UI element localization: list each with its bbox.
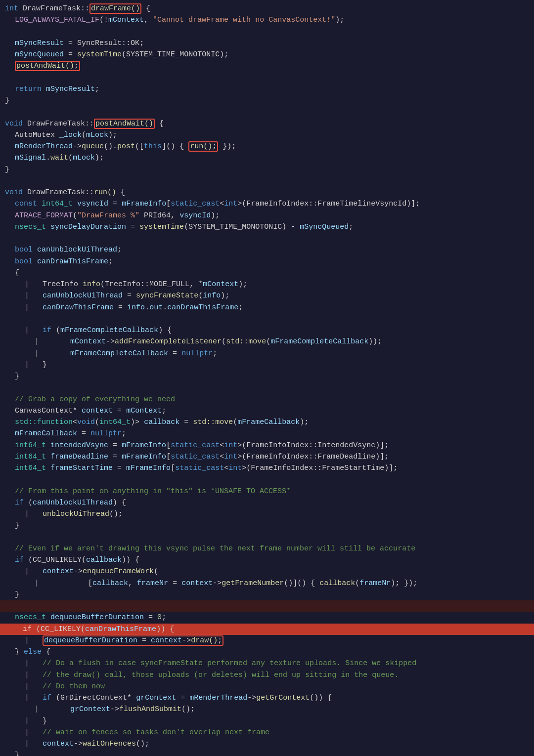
code-line: ATRACE_FORMAT("DrawFrames %" PRId64, vsy… <box>0 210 534 221</box>
code-line: | canDrawThisFrame = info.out.canDrawThi… <box>0 302 534 313</box>
code-line: nsecs_t dequeueBufferDuration = 0; <box>0 612 534 623</box>
code-line: mSyncQueued = systemTime(SYSTEM_TIME_MON… <box>0 49 534 60</box>
code-line: | context->waitOnFences(); <box>0 738 534 750</box>
code-line: // From this point on anything in "this"… <box>0 486 534 497</box>
code-line: mRenderThread->queue().post([this]() { r… <box>0 141 534 152</box>
code-line: | } <box>0 359 534 371</box>
code-line: void DrawFrameTask::postAndWait() { <box>0 118 534 129</box>
code-line: } <box>0 520 534 531</box>
code-line <box>0 175 534 187</box>
code-line <box>0 233 534 244</box>
code-line: | if (mFrameCompleteCallback) { <box>0 325 534 336</box>
code-line: int DrawFrameTask::drawFrame() { <box>0 3 534 14</box>
code-line: | dequeueBufferDuration = context->draw(… <box>0 635 534 646</box>
code-line: // Grab a copy of everything we need <box>0 394 534 405</box>
code-line: bool canUnblockUiThread; <box>0 244 534 255</box>
code-line: } <box>0 371 534 382</box>
code-line: if (CC_UNLIKELY(callback)) { <box>0 554 534 566</box>
code-line: } <box>0 589 534 600</box>
code-line: | mFrameCompleteCallback = nullptr; <box>0 348 534 359</box>
code-line: LOG_ALWAYS_FATAL_IF(!mContext, "Cannot d… <box>0 14 534 26</box>
code-line: AutoMutex _lock(mLock); <box>0 129 534 141</box>
code-line: } <box>0 750 534 756</box>
code-line: | unblockUiThread(); <box>0 508 534 520</box>
code-container: int DrawFrameTask::drawFrame() { LOG_ALW… <box>0 0 534 756</box>
code-line: | // Do a flush in case syncFrameState p… <box>0 658 534 669</box>
code-line: | canUnblockUiThread = syncFrameState(in… <box>0 290 534 301</box>
code-line: } else { <box>0 646 534 658</box>
code-line: if (CC_LIKELY(canDrawThisFrame)) { <box>0 624 534 635</box>
code-line <box>0 600 534 612</box>
code-line: void DrawFrameTask::run() { <box>0 187 534 198</box>
code-line: | TreeInfo info(TreeInfo::MODE_FULL, *mC… <box>0 279 534 290</box>
code-line: | context->enqueueFrameWork( <box>0 566 534 577</box>
code-line: mSyncResult = SyncResult::OK; <box>0 38 534 49</box>
code-line: int64_t frameStartTime = mFrameInfo[stat… <box>0 462 534 474</box>
code-line: bool canDrawThisFrame; <box>0 256 534 267</box>
code-line <box>0 26 534 38</box>
code-line: | [callback, frameNr = context->getFrame… <box>0 578 534 589</box>
code-line: postAndWait(); <box>0 60 534 72</box>
code-line: } <box>0 95 534 106</box>
code-line: mSignal.wait(mLock); <box>0 152 534 164</box>
code-line <box>0 313 534 325</box>
code-line: int64_t frameDeadline = mFrameInfo[stati… <box>0 451 534 462</box>
code-line: | } <box>0 715 534 727</box>
code-line: nsecs_t syncDelayDuration = systemTime(S… <box>0 221 534 233</box>
code-line: mFrameCallback = nullptr; <box>0 428 534 439</box>
code-line: if (canUnblockUiThread) { <box>0 497 534 508</box>
code-line: int64_t intendedVsync = mFrameInfo[stati… <box>0 440 534 451</box>
code-line: | // Do them now <box>0 681 534 692</box>
code-line: { <box>0 267 534 279</box>
code-line: | if (GrDirectContext* grContext = mRend… <box>0 692 534 704</box>
code-line <box>0 532 534 543</box>
code-line: | grContext->flushAndSubmit(); <box>0 704 534 715</box>
code-line: return mSyncResult; <box>0 84 534 95</box>
code-line <box>0 72 534 84</box>
code-line: | mContext->addFrameCompleteListener(std… <box>0 336 534 347</box>
code-line: | // the draw() call, those uploads (or … <box>0 670 534 681</box>
code-line: } <box>0 164 534 175</box>
code-line: // Even if we aren't drawing this vsync … <box>0 543 534 554</box>
code-line: | // wait on fences so tasks don't overl… <box>0 727 534 738</box>
code-line: CanvasContext* context = mContext; <box>0 405 534 417</box>
code-line <box>0 474 534 485</box>
code-line <box>0 382 534 393</box>
code-line: const int64_t vsyncId = mFrameInfo[stati… <box>0 198 534 210</box>
code-line <box>0 106 534 118</box>
code-line: std::function<void(int64_t)> callback = … <box>0 417 534 428</box>
